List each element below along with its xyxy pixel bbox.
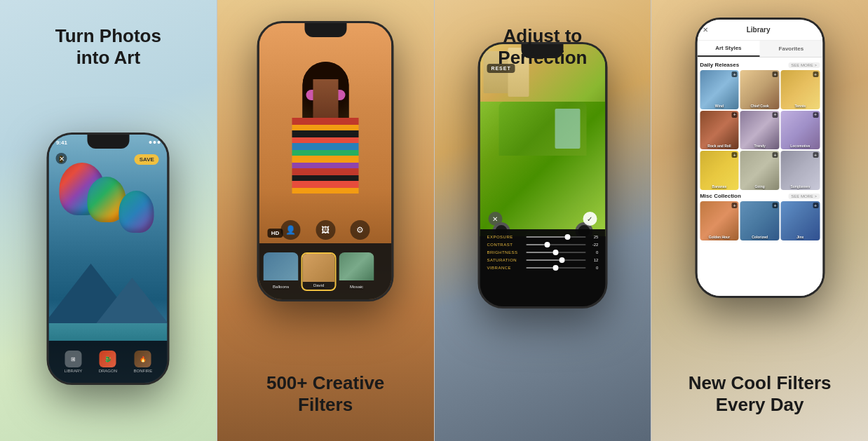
- panel-creative-filters: HD 👤 🖼 ⚙ Balloons David Mosaic: [217, 0, 434, 441]
- library-close-button[interactable]: ✕: [703, 26, 708, 34]
- phone-mockup-3: RESET: [477, 42, 607, 308]
- library-button[interactable]: ⊞ LIBRARY: [65, 351, 83, 373]
- woman-figure: [292, 62, 359, 236]
- library-header: ✕ Library: [697, 20, 822, 41]
- misc-see-more[interactable]: SEE MORE >: [788, 194, 820, 199]
- art-tennis[interactable]: +Tennis: [780, 70, 820, 109]
- art-colorized[interactable]: +Colorized: [740, 201, 780, 240]
- filter-balloons[interactable]: Balloons: [264, 252, 299, 291]
- save-button[interactable]: SAVE: [135, 154, 159, 165]
- car-background: [480, 44, 605, 236]
- library-title: Library: [708, 26, 808, 34]
- phone-notch-2: [304, 23, 346, 37]
- daily-releases-header: Daily Releases SEE MORE >: [700, 62, 820, 68]
- confirm-edit-button[interactable]: ✓: [583, 212, 597, 226]
- tab-art-styles[interactable]: Art Styles: [697, 41, 760, 57]
- filter-strip: Balloons David Mosaic: [259, 243, 392, 299]
- panel-turn-photos: Turn Photos into Art 9:41 ✕ SAVE: [0, 0, 217, 441]
- vibrance-slider[interactable]: VIBRANCE 0: [487, 266, 598, 270]
- adjust-icon[interactable]: ⚙: [351, 220, 370, 240]
- mountain-right: [94, 278, 168, 327]
- art-trendy[interactable]: +Trendy: [740, 111, 780, 150]
- library-content: Daily Releases SEE MORE > +Wind +Chief C…: [697, 57, 822, 296]
- misc-collection-title: Misc Collection: [700, 193, 741, 199]
- art-sunglasses[interactable]: +Sunglasses: [780, 151, 820, 190]
- water: [49, 323, 168, 341]
- exposure-slider[interactable]: EXPOSURE 25: [487, 235, 598, 239]
- phone-bottom-bar: ⊞ LIBRARY 🐉 Dragon 🔥 Bonfire: [49, 341, 168, 383]
- phone-mockup-4: ✕ Library Art Styles Favorites Daily Rel…: [695, 18, 825, 298]
- art-wind[interactable]: +Wind: [700, 70, 739, 109]
- filter-mosaic[interactable]: Mosaic: [339, 252, 374, 291]
- contrast-slider[interactable]: CONTRAST -22: [487, 243, 598, 247]
- phone2-icons: 👤 🖼 ⚙: [259, 220, 392, 240]
- filter-david[interactable]: David: [301, 252, 337, 291]
- panel-3-headline: Adjust to Perfection: [498, 25, 587, 69]
- panel-1-headline: Turn Photos into Art: [55, 25, 161, 69]
- dragon-button[interactable]: 🐉 Dragon: [99, 351, 117, 373]
- art-chief-cook[interactable]: +Chief Cook: [740, 70, 780, 109]
- person-icon[interactable]: 👤: [280, 220, 300, 240]
- panel-adjust: Adjust to Perfection RESET: [435, 0, 651, 441]
- daily-releases-title: Daily Releases: [700, 62, 739, 68]
- brightness-slider[interactable]: BRIGHTNESS 0: [487, 250, 598, 255]
- phone-mockup-1: 9:41 ✕ SAVE: [47, 133, 170, 385]
- bonfire-button[interactable]: 🔥 Bonfire: [133, 351, 152, 373]
- close-button[interactable]: ✕: [56, 153, 67, 164]
- panel-daily-filters: ✕ Library Art Styles Favorites Daily Rel…: [651, 0, 868, 441]
- panel-2-headline: 500+ Creative Filters: [266, 372, 384, 416]
- cancel-edit-button[interactable]: ✕: [488, 212, 502, 226]
- art-jinx[interactable]: +Jinx: [780, 201, 820, 240]
- sliders-panel: EXPOSURE 25 CONTRAST -22 BRI: [480, 229, 605, 306]
- balloon-3: [119, 191, 154, 233]
- art-locomotive[interactable]: +Locomotive: [780, 111, 820, 150]
- tab-favorites[interactable]: Favorites: [760, 41, 823, 57]
- art-going[interactable]: +Going: [740, 151, 780, 190]
- art-bananas[interactable]: +Bananas: [700, 151, 739, 190]
- saturation-slider[interactable]: SATURATION 12: [487, 258, 598, 262]
- art-rock-and-roll[interactable]: +Rock and Roll: [700, 111, 739, 150]
- status-bar: 9:41: [56, 137, 161, 147]
- gallery-icon[interactable]: 🖼: [316, 220, 335, 240]
- daily-releases-grid: +Wind +Chief Cook +Tennis +Rock and Roll…: [700, 70, 820, 190]
- art-golden-hour[interactable]: +Golden Hour: [700, 201, 739, 240]
- panel-4-headline: New Cool Filters Every Day: [689, 372, 832, 416]
- library-tabs: Art Styles Favorites: [697, 41, 822, 57]
- phone-mockup-2: HD 👤 🖼 ⚙ Balloons David Mosaic: [257, 21, 394, 301]
- daily-see-more[interactable]: SEE MORE >: [788, 62, 820, 68]
- misc-collection-grid: +Golden Hour +Colorized +Jinx: [700, 201, 820, 240]
- misc-collection-header: Misc Collection SEE MORE >: [700, 193, 820, 199]
